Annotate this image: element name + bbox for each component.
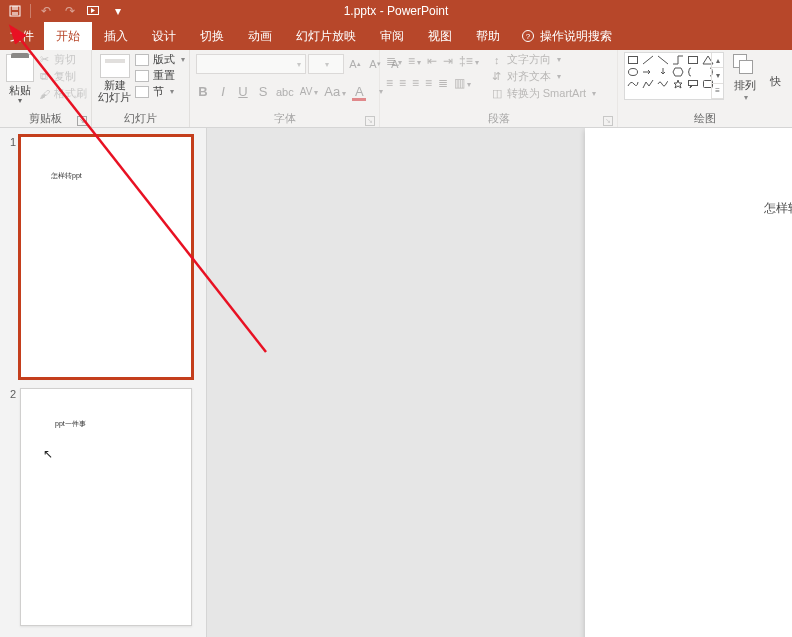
tab-help[interactable]: 帮助 [464,22,512,50]
increase-indent-button[interactable]: ⇥ [443,54,453,68]
gallery-more-icon[interactable]: ≡ [712,84,723,99]
shape-line2-icon[interactable] [657,55,669,65]
convert-smartart-button[interactable]: ◫ 转换为 SmartArt▾ [491,86,596,101]
align-right-button[interactable]: ≡ [412,76,419,90]
tell-me-label: 操作说明搜索 [540,28,612,45]
tell-me-search[interactable]: ? 操作说明搜索 [512,22,622,50]
copy-label: 复制 [54,69,76,84]
cursor-icon: ↖ [43,447,53,461]
shape-callout-icon[interactable] [687,79,699,89]
svg-line-5 [643,56,653,64]
font-launcher-icon[interactable]: ↘ [365,116,375,126]
bullets-button[interactable]: ≣▾ [386,54,402,68]
new-slide-button[interactable]: 新建 幻灯片 [98,52,131,103]
arrange-icon [733,54,757,78]
thumbnail-item-2[interactable]: 2 ppt一件事 ↖ [0,386,206,634]
thumbnail-1[interactable]: 怎样转ppt [20,136,192,378]
align-text-label: 对齐文本 [507,69,551,84]
group-font-label: 字体 ↘ [196,111,373,127]
tab-animations[interactable]: 动画 [236,22,284,50]
shape-hexagon-icon[interactable] [672,67,684,77]
font-color-button[interactable]: A [352,84,366,99]
qat-customize-icon[interactable]: ▾ [107,2,129,20]
tab-home[interactable]: 开始 [44,22,92,50]
slide-thumbnail-panel[interactable]: 1 怎样转ppt 2 ppt一件事 ↖ [0,128,207,637]
numbering-button[interactable]: ≡▾ [408,54,421,68]
shapes-gallery[interactable]: ▴ ▾ ≡ [624,52,724,100]
shape-connector-icon[interactable] [672,55,684,65]
shape-brace-icon[interactable] [687,67,699,77]
shape-rectangle-icon[interactable] [627,55,639,65]
cut-label: 剪切 [54,52,76,67]
paste-icon [6,54,34,82]
tab-file[interactable]: 文件 [0,22,44,50]
copy-button[interactable]: ⧉ 复制 [38,69,87,84]
undo-icon[interactable]: ↶ [35,2,57,20]
slide-page[interactable]: 怎样转ppt [585,128,792,637]
tab-insert[interactable]: 插入 [92,22,140,50]
shape-freeform-icon[interactable] [642,79,654,89]
paste-dropdown-icon[interactable]: ▾ [6,96,34,105]
shape-oval-icon[interactable] [627,67,639,77]
paste-button[interactable]: 粘贴 ▾ [6,52,34,105]
group-clipboard: 粘贴 ▾ ✂ 剪切 ⧉ 复制 🖌 格式刷 剪贴板 ↘ [0,50,92,127]
align-text-button[interactable]: ⇵ 对齐文本▾ [491,69,596,84]
thumbnail-2[interactable]: ppt一件事 ↖ [20,388,192,626]
group-drawing-label: 绘图 [624,111,786,127]
format-painter-button[interactable]: 🖌 格式刷 [38,86,87,101]
layout-button[interactable]: 版式▾ [135,52,185,67]
increase-font-icon[interactable]: A▴ [346,54,364,74]
tab-view[interactable]: 视图 [416,22,464,50]
new-slide-icon [100,54,130,78]
cut-button[interactable]: ✂ 剪切 [38,52,87,67]
shape-curve-icon[interactable] [627,79,639,89]
bold-button[interactable]: B [196,84,210,99]
redo-icon[interactable]: ↷ [59,2,81,20]
shape-line-icon[interactable] [642,55,654,65]
paragraph-launcher-icon[interactable]: ↘ [603,116,613,126]
font-size-select[interactable]: ▾ [308,54,344,74]
save-icon[interactable] [4,2,26,20]
shape-downarrow-icon[interactable] [657,67,669,77]
change-case-button[interactable]: Aa▾ [324,84,346,99]
strikethrough-button[interactable]: S [256,84,270,99]
shapes-gallery-scroll[interactable]: ▴ ▾ ≡ [711,53,723,99]
character-spacing-button[interactable]: AV▾ [300,86,319,97]
align-center-button[interactable]: ≡ [399,76,406,90]
reset-icon [135,70,149,82]
ribbon: 粘贴 ▾ ✂ 剪切 ⧉ 复制 🖌 格式刷 剪贴板 ↘ [0,50,792,128]
tab-design[interactable]: 设计 [140,22,188,50]
distribute-button[interactable]: ≣ [438,76,448,90]
justify-button[interactable]: ≡ [425,76,432,90]
svg-rect-9 [689,81,698,86]
section-label: 节 [153,84,164,99]
shape-arrow-icon[interactable] [642,67,654,77]
tab-slideshow[interactable]: 幻灯片放映 [284,22,368,50]
group-paragraph: ≣▾ ≡▾ ⇤ ⇥ ‡≡▾ ≡ ≡ ≡ ≡ ≣ ▥▾ ↕ 文 [380,50,618,127]
start-from-beginning-icon[interactable] [83,2,105,20]
decrease-indent-button[interactable]: ⇤ [427,54,437,68]
reset-button[interactable]: 重置 [135,68,185,83]
columns-button[interactable]: ▥▾ [454,76,471,90]
underline-button[interactable]: U [236,84,250,99]
font-family-select[interactable]: ▾ [196,54,306,74]
text-shadow-button[interactable]: abc [276,86,294,98]
italic-button[interactable]: I [216,84,230,99]
align-left-button[interactable]: ≡ [386,76,393,90]
shape-scribble-icon[interactable] [657,79,669,89]
tab-transitions[interactable]: 切换 [188,22,236,50]
arrange-button[interactable]: 排列 ▾ [728,52,762,102]
gallery-up-icon[interactable]: ▴ [712,53,723,68]
shape-star-icon[interactable] [672,79,684,89]
slide-edit-area[interactable]: 怎样转ppt [207,128,792,637]
clipboard-launcher-icon[interactable]: ↘ [77,116,87,126]
gallery-down-icon[interactable]: ▾ [712,68,723,83]
tab-review[interactable]: 审阅 [368,22,416,50]
thumbnail-item-1[interactable]: 1 怎样转ppt [0,134,206,386]
text-direction-button[interactable]: ↕ 文字方向▾ [491,52,596,67]
shape-rect2-icon[interactable] [687,55,699,65]
slide-title-text[interactable]: 怎样转ppt [585,200,792,217]
line-spacing-button[interactable]: ‡≡▾ [459,54,479,68]
section-button[interactable]: 节▾ [135,84,185,99]
quick-styles-partial[interactable]: 快 [766,74,781,89]
